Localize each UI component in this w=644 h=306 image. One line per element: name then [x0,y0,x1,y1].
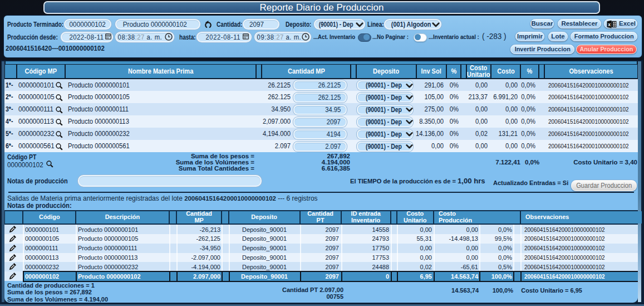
svg-text:x: x [608,22,611,27]
